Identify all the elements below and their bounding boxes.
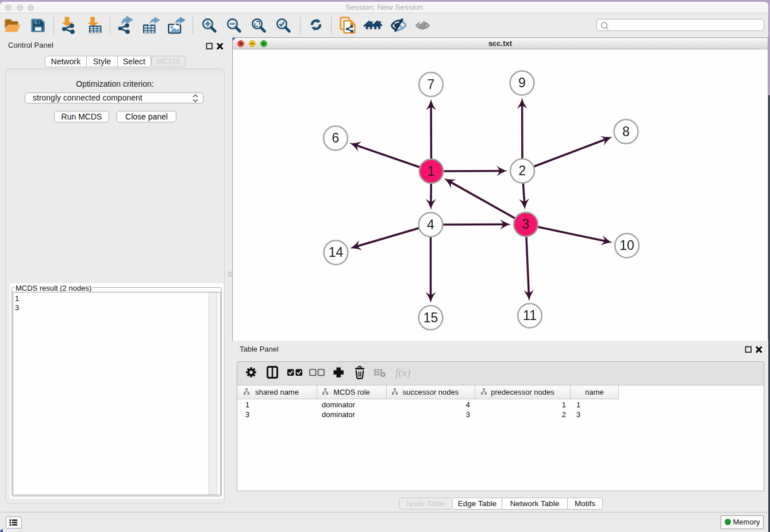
svg-text:7: 7	[428, 77, 435, 92]
svg-text:8: 8	[622, 124, 630, 139]
svg-text:3: 3	[522, 217, 530, 232]
svg-text:15: 15	[424, 310, 438, 325]
svg-text:2: 2	[519, 163, 526, 178]
svg-text:1: 1	[428, 164, 435, 179]
svg-text:9: 9	[518, 75, 526, 90]
svg-text:14: 14	[329, 245, 344, 260]
svg-text:10: 10	[619, 238, 634, 253]
svg-text:6: 6	[332, 130, 340, 145]
svg-text:f(x): f(x)	[395, 367, 410, 379]
svg-text:4: 4	[427, 217, 434, 232]
svg-text:11: 11	[523, 308, 537, 323]
